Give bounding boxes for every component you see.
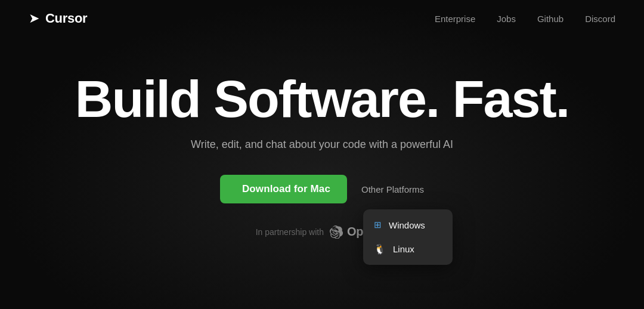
logo[interactable]: ➤ Cursor: [29, 11, 87, 26]
navbar: ➤ Cursor Enterprise Jobs Github Discord: [0, 0, 644, 37]
nav-discord[interactable]: Discord: [585, 14, 615, 24]
windows-label: Windows: [389, 220, 425, 230]
linux-icon: 🐧: [374, 243, 386, 255]
logo-text: Cursor: [45, 11, 87, 26]
cursor-logo-icon: ➤: [29, 11, 39, 26]
other-platforms-text[interactable]: Other Platforms: [361, 184, 424, 194]
download-button-label: Download for Mac: [242, 183, 330, 195]
linux-label: Linux: [393, 244, 414, 254]
nav-enterprise[interactable]: Enterprise: [435, 14, 475, 24]
nav-github[interactable]: Github: [537, 14, 564, 24]
hero-section: Build Software. Fast. Write, edit, and c…: [0, 37, 644, 239]
platforms-dropdown: ⊞ Windows 🐧 Linux: [363, 209, 453, 265]
nav-links: Enterprise Jobs Github Discord: [435, 14, 615, 24]
openai-swirl-icon: [330, 225, 343, 239]
hero-title: Build Software. Fast.: [75, 73, 569, 125]
cta-row: Download for Mac Other Platforms ⊞ Windo…: [220, 175, 424, 203]
linux-option[interactable]: 🐧 Linux: [363, 237, 453, 261]
windows-icon: ⊞: [374, 220, 382, 230]
download-mac-button[interactable]: Download for Mac: [220, 175, 347, 203]
hero-subtitle: Write, edit, and chat about your code wi…: [191, 138, 453, 151]
nav-jobs[interactable]: Jobs: [497, 14, 516, 24]
partnership-text: In partnership with: [256, 227, 324, 237]
windows-option[interactable]: ⊞ Windows: [363, 213, 453, 237]
